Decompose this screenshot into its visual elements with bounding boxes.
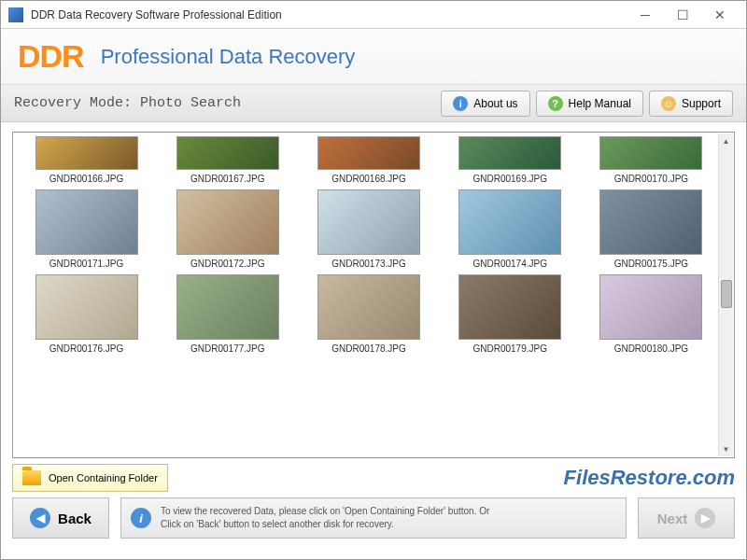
thumbnail-item[interactable]: GNDR00173.JPG — [303, 189, 434, 269]
arrow-left-icon: ◀ — [30, 508, 50, 528]
info-box: i To view the recovered Data, please cli… — [120, 497, 627, 539]
arrow-right-icon: ▶ — [695, 508, 715, 528]
thumbnail-image — [599, 274, 702, 340]
thumbnail-filename: GNDR00168.JPG — [331, 174, 405, 184]
thumbnail-item[interactable]: GNDR00170.JPG — [585, 136, 717, 184]
mode-bar: Recovery Mode: Photo Search i About us ?… — [1, 85, 746, 122]
help-label: Help Manual — [569, 97, 631, 110]
minimize-button[interactable]: ─ — [627, 4, 664, 26]
logo: DDR — [18, 38, 84, 75]
thumbnail-filename: GNDR00173.JPG — [331, 259, 405, 269]
thumbnail-item[interactable]: GNDR00175.JPG — [585, 189, 717, 269]
info-icon: i — [131, 508, 151, 528]
folder-icon — [22, 470, 41, 485]
back-label: Back — [58, 511, 92, 526]
info-line-2: Click on 'Back' button to select another… — [161, 518, 489, 531]
scrollbar[interactable]: ▲ ▼ — [718, 133, 733, 456]
thumbnail-grid: GNDR00166.JPGGNDR00167.JPGGNDR00168.JPGG… — [21, 136, 717, 354]
scroll-down-icon[interactable]: ▼ — [719, 441, 734, 456]
thumbnail-viewport: GNDR00166.JPGGNDR00167.JPGGNDR00168.JPGG… — [21, 136, 717, 454]
thumbnail-filename: GNDR00169.JPG — [472, 174, 546, 184]
thumbnail-image — [317, 136, 420, 170]
thumbnail-filename: GNDR00171.JPG — [49, 259, 123, 269]
next-label: Next — [657, 511, 688, 526]
footer: ◀ Back i To view the recovered Data, ple… — [12, 497, 735, 539]
thumbnail-item[interactable]: GNDR00171.JPG — [21, 189, 152, 269]
thumbnail-item[interactable]: GNDR00169.JPG — [444, 136, 576, 184]
info-text: To view the recovered Data, please click… — [161, 505, 489, 531]
thumbnail-filename: GNDR00166.JPG — [49, 174, 123, 184]
thumbnail-item[interactable]: GNDR00176.JPG — [21, 274, 152, 354]
header: DDR Professional Data Recovery — [1, 29, 746, 85]
thumbnail-filename: GNDR00177.JPG — [190, 343, 264, 354]
about-button[interactable]: i About us — [441, 91, 529, 117]
next-button: Next ▶ — [638, 497, 735, 539]
help-icon: ? — [548, 96, 563, 111]
thumbnail-image — [317, 189, 420, 255]
thumbnail-image — [176, 274, 279, 340]
about-label: About us — [473, 97, 517, 110]
brand-link[interactable]: FilesRestore.com — [564, 466, 735, 490]
thumbnail-image — [35, 136, 138, 170]
thumbnail-item[interactable]: GNDR00174.JPG — [444, 189, 576, 269]
mode-buttons: i About us ? Help Manual ☺ Support — [441, 91, 733, 117]
info-icon: i — [453, 96, 468, 111]
titlebar: DDR Data Recovery Software Professional … — [1, 1, 746, 29]
thumbnail-image — [176, 189, 279, 255]
thumbnail-item[interactable]: GNDR00177.JPG — [162, 274, 293, 354]
thumbnail-item[interactable]: GNDR00168.JPG — [303, 136, 434, 184]
thumbnail-image — [599, 189, 702, 255]
app-icon — [8, 7, 23, 22]
scroll-track[interactable] — [719, 148, 734, 441]
support-label: Support — [682, 97, 721, 110]
open-containing-folder-button[interactable]: Open Containing Folder — [12, 464, 168, 492]
maximize-button[interactable]: ☐ — [664, 4, 701, 26]
thumbnail-filename: GNDR00170.JPG — [614, 174, 688, 184]
thumbnail-image — [599, 136, 702, 170]
scroll-up-icon[interactable]: ▲ — [719, 133, 734, 148]
thumbnail-item[interactable]: GNDR00178.JPG — [303, 274, 434, 354]
thumbnail-image — [317, 274, 420, 340]
product-title: Professional Data Recovery — [101, 45, 356, 69]
close-button[interactable]: ✕ — [701, 4, 739, 26]
recovery-mode-label: Recovery Mode: Photo Search — [14, 95, 441, 111]
thumbnail-image — [35, 189, 138, 255]
thumbnail-filename: GNDR00167.JPG — [190, 174, 264, 184]
thumbnail-filename: GNDR00178.JPG — [331, 343, 405, 354]
thumbnail-filename: GNDR00180.JPG — [614, 343, 688, 354]
scroll-thumb[interactable] — [721, 280, 732, 308]
thumbnail-item[interactable]: GNDR00172.JPG — [162, 189, 293, 269]
thumbnail-filename: GNDR00175.JPG — [614, 259, 688, 269]
info-line-1: To view the recovered Data, please click… — [161, 505, 489, 518]
folder-row: Open Containing Folder FilesRestore.com — [12, 464, 735, 492]
thumbnail-filename: GNDR00179.JPG — [472, 343, 546, 354]
back-button[interactable]: ◀ Back — [12, 497, 109, 539]
thumbnail-item[interactable]: GNDR00180.JPG — [585, 274, 717, 354]
open-folder-label: Open Containing Folder — [49, 472, 158, 483]
results-panel: GNDR00166.JPGGNDR00167.JPGGNDR00168.JPGG… — [12, 132, 735, 458]
thumbnail-image — [458, 189, 561, 255]
thumbnail-filename: GNDR00174.JPG — [472, 259, 546, 269]
thumbnail-image — [458, 136, 561, 170]
thumbnail-filename: GNDR00176.JPG — [49, 343, 123, 354]
support-icon: ☺ — [661, 96, 676, 111]
support-button[interactable]: ☺ Support — [649, 91, 733, 117]
thumbnail-image — [35, 274, 138, 340]
thumbnail-image — [176, 136, 279, 170]
thumbnail-item[interactable]: GNDR00179.JPG — [444, 274, 576, 354]
help-button[interactable]: ? Help Manual — [536, 91, 643, 117]
thumbnail-image — [458, 274, 561, 340]
window-title: DDR Data Recovery Software Professional … — [31, 8, 627, 21]
thumbnail-item[interactable]: GNDR00166.JPG — [21, 136, 152, 184]
thumbnail-item[interactable]: GNDR00167.JPG — [162, 136, 293, 184]
thumbnail-filename: GNDR00172.JPG — [190, 259, 264, 269]
